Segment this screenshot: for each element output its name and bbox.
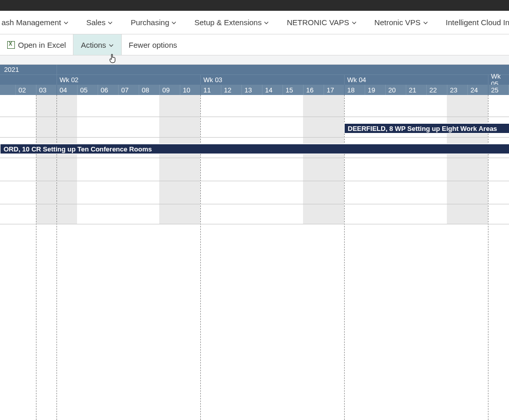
open-in-excel-button[interactable]: Open in Excel xyxy=(0,34,73,55)
open-in-excel-label: Open in Excel xyxy=(18,41,66,49)
day-label: 18 xyxy=(344,85,365,95)
year-label: 2021 xyxy=(2,65,19,74)
day-label: 06 xyxy=(98,85,118,95)
chevron-down-icon xyxy=(351,18,357,27)
day-label: 25 xyxy=(488,85,508,95)
nav-item[interactable]: Sales xyxy=(86,18,114,27)
nav-item-label: Purchasing xyxy=(130,18,169,27)
main-nav: ash ManagementSalesPurchasingSetup & Ext… xyxy=(0,11,509,34)
day-label: 21 xyxy=(406,85,426,95)
nav-item-label: Netronic VPS xyxy=(374,18,421,27)
subbar xyxy=(0,55,509,65)
day-label: 16 xyxy=(303,85,324,95)
chevron-down-icon xyxy=(107,18,113,27)
day-label: 12 xyxy=(221,85,241,95)
week-label: Wk 03 xyxy=(200,75,222,85)
week-label: Wk 05 xyxy=(488,75,509,85)
nav-item[interactable]: Intelligent Cloud Insig xyxy=(446,18,509,27)
day-label: 22 xyxy=(426,85,447,95)
gantt-bar[interactable]: ORD, 10 CR Setting up Ten Conference Roo… xyxy=(0,144,509,154)
nav-item[interactable]: Netronic VPS xyxy=(374,18,428,27)
day-label: 14 xyxy=(262,85,282,95)
day-label: 04 xyxy=(56,85,77,95)
actions-button[interactable]: Actions xyxy=(73,34,121,55)
nav-item[interactable]: Setup & Extensions xyxy=(194,18,269,27)
chevron-down-icon xyxy=(108,41,114,50)
day-label: 09 xyxy=(159,85,180,95)
chevron-down-icon xyxy=(63,18,69,27)
upper-band xyxy=(0,95,509,224)
titlebar-dark-strip xyxy=(0,0,509,11)
day-label: 03 xyxy=(36,85,56,95)
nav-item-label: Sales xyxy=(86,18,106,27)
nav-item[interactable]: NETRONIC VAPS xyxy=(287,18,356,27)
excel-icon xyxy=(7,41,15,49)
gantt-body[interactable]: DEERFIELD, 8 WP Setting up Eight Work Ar… xyxy=(0,95,509,420)
nav-item-label: Intelligent Cloud Insig xyxy=(446,18,509,27)
day-label: 15 xyxy=(282,85,303,95)
day-label: 19 xyxy=(365,85,385,95)
gantt-chart: 2021 Wk 02Wk 03Wk 04Wk 05 02030405060708… xyxy=(0,65,509,420)
day-label: 23 xyxy=(447,85,467,95)
day-label: 02 xyxy=(15,85,36,95)
timeline-year-row: 2021 xyxy=(0,65,509,74)
day-label: 20 xyxy=(385,85,406,95)
day-label: 24 xyxy=(467,85,488,95)
nav-item-label: NETRONIC VAPS xyxy=(287,18,349,27)
day-label: 08 xyxy=(139,85,159,95)
day-label: 10 xyxy=(180,85,200,95)
day-label: 05 xyxy=(77,85,98,95)
nav-item[interactable]: ash Management xyxy=(2,18,69,27)
actions-label: Actions xyxy=(81,41,106,49)
day-label: 07 xyxy=(118,85,139,95)
fewer-options-button[interactable]: Fewer options xyxy=(122,34,184,55)
chevron-down-icon xyxy=(423,18,428,27)
day-label: 17 xyxy=(324,85,344,95)
timeline-week-row: Wk 02Wk 03Wk 04Wk 05 xyxy=(0,74,509,85)
week-label: Wk 02 xyxy=(56,75,79,85)
chevron-down-icon xyxy=(171,18,177,27)
nav-item-label: ash Management xyxy=(2,18,61,27)
timeline-day-row: 0203040506070809101112131415161718192021… xyxy=(0,85,509,95)
day-label: 13 xyxy=(241,85,262,95)
fewer-options-label: Fewer options xyxy=(129,41,177,49)
gantt-bar[interactable]: DEERFIELD, 8 WP Setting up Eight Work Ar… xyxy=(344,123,509,133)
nav-item-label: Setup & Extensions xyxy=(194,18,261,27)
day-label: 11 xyxy=(200,85,221,95)
toolbar: Open in Excel Actions Fewer options xyxy=(0,34,509,55)
week-label: Wk 04 xyxy=(344,75,366,85)
nav-item[interactable]: Purchasing xyxy=(130,18,177,27)
chevron-down-icon xyxy=(263,18,269,27)
